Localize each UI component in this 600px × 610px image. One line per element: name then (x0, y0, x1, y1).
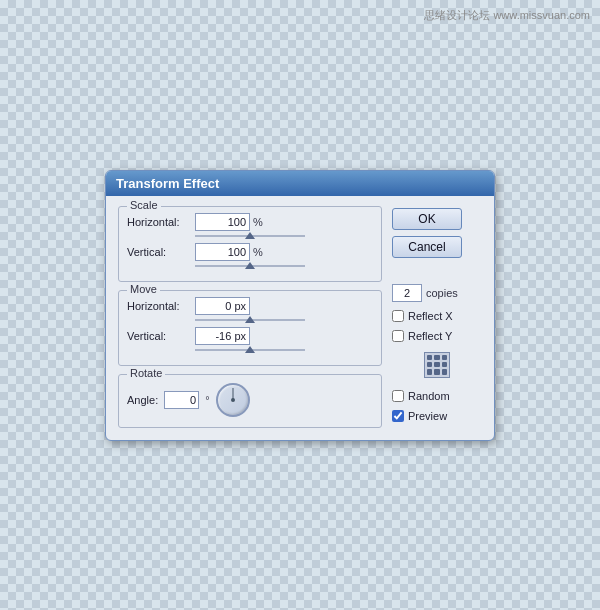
reflect-x-row: Reflect X (392, 310, 482, 322)
grid-icon[interactable] (424, 352, 450, 378)
move-group: Move Horizontal: Vertical: (118, 290, 382, 366)
dialog-title: Transform Effect (116, 176, 219, 191)
reflect-y-label[interactable]: Reflect Y (408, 330, 452, 342)
scale-horizontal-input[interactable] (195, 213, 250, 231)
move-vertical-thumb[interactable] (245, 346, 255, 353)
scale-horizontal-slider-row (127, 233, 373, 239)
scale-group-label: Scale (127, 199, 161, 211)
ok-button[interactable]: OK (392, 208, 462, 230)
preview-checkbox[interactable] (392, 410, 404, 422)
move-vertical-input[interactable] (195, 327, 250, 345)
scale-vertical-label: Vertical: (127, 246, 195, 258)
scale-vertical-unit: % (253, 246, 263, 258)
move-horizontal-input[interactable] (195, 297, 250, 315)
random-label[interactable]: Random (408, 390, 450, 402)
reflect-y-checkbox[interactable] (392, 330, 404, 342)
scale-vertical-row: Vertical: % (127, 243, 373, 261)
transform-effect-dialog: Transform Effect Scale Horizontal: % (105, 170, 495, 441)
grid-cell-1 (427, 355, 432, 360)
rotate-group: Rotate Angle: ° (118, 374, 382, 428)
scale-horizontal-unit: % (253, 216, 263, 228)
preview-label[interactable]: Preview (408, 410, 447, 422)
reflect-x-checkbox[interactable] (392, 310, 404, 322)
grid-cell-7 (427, 369, 432, 374)
grid-cell-9 (442, 369, 447, 374)
scale-vertical-slider[interactable] (195, 263, 305, 269)
reflect-y-row: Reflect Y (392, 330, 482, 342)
dial-dot (231, 398, 235, 402)
scale-vertical-input[interactable] (195, 243, 250, 261)
grid-cell-6 (442, 362, 447, 367)
random-checkbox[interactable] (392, 390, 404, 402)
move-horizontal-slider-row (127, 317, 373, 323)
angle-dial[interactable] (216, 383, 250, 417)
move-horizontal-label: Horizontal: (127, 300, 195, 312)
move-vertical-label: Vertical: (127, 330, 195, 342)
rotate-row: Angle: ° (127, 381, 373, 419)
scale-horizontal-thumb[interactable] (245, 232, 255, 239)
reflect-x-label[interactable]: Reflect X (408, 310, 453, 322)
grid-cell-4 (427, 362, 432, 367)
copies-input[interactable] (392, 284, 422, 302)
move-group-label: Move (127, 283, 160, 295)
angle-label: Angle: (127, 394, 158, 406)
dialog-titlebar[interactable]: Transform Effect (106, 171, 494, 196)
random-row: Random (392, 390, 482, 402)
move-horizontal-thumb[interactable] (245, 316, 255, 323)
scale-group: Scale Horizontal: % Vertical: (118, 206, 382, 282)
angle-input[interactable] (164, 391, 199, 409)
grid-cell-3 (442, 355, 447, 360)
scale-vertical-thumb[interactable] (245, 262, 255, 269)
copies-row: copies (392, 284, 482, 302)
grid-cell-5 (434, 362, 439, 367)
dialog-right-panel: OK Cancel copies Reflect X Reflect Y (392, 206, 482, 428)
grid-cell-8 (434, 369, 439, 374)
move-horizontal-slider[interactable] (195, 317, 305, 323)
grid-cell-2 (434, 355, 439, 360)
rotate-group-label: Rotate (127, 367, 165, 379)
dialog-left-panel: Scale Horizontal: % Vertical: (118, 206, 382, 428)
move-vertical-row: Vertical: (127, 327, 373, 345)
scale-horizontal-row: Horizontal: % (127, 213, 373, 231)
preview-row: Preview (392, 410, 482, 422)
scale-horizontal-label: Horizontal: (127, 216, 195, 228)
scale-horizontal-slider[interactable] (195, 233, 305, 239)
copies-label: copies (426, 287, 458, 299)
move-vertical-slider-row (127, 347, 373, 353)
watermark: 思绪设计论坛 www.missvuan.com (424, 8, 590, 23)
degree-symbol: ° (205, 394, 209, 406)
cancel-button[interactable]: Cancel (392, 236, 462, 258)
move-horizontal-row: Horizontal: (127, 297, 373, 315)
move-vertical-slider[interactable] (195, 347, 305, 353)
scale-vertical-slider-row (127, 263, 373, 269)
